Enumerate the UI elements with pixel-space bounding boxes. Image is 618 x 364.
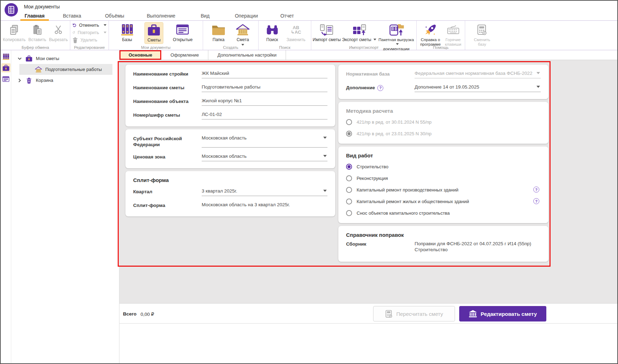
- radio-option-method-2024[interactable]: 421/пр в ред. от 30.01.2024 N 55/пр: [346, 119, 541, 125]
- redo-label: Повторить: [78, 30, 99, 35]
- import-icon: [320, 23, 334, 37]
- rail-open-button[interactable]: [1, 74, 11, 84]
- hotkeys-button[interactable]: Горячиеклавиши: [443, 22, 462, 48]
- edit-estimate-button[interactable]: Редактировать смету: [459, 306, 546, 321]
- estimate-name-input[interactable]: Подготовительные работы: [202, 84, 327, 92]
- undo-dropdown-caret[interactable]: [104, 24, 106, 27]
- dropdown-caret-icon[interactable]: [323, 137, 327, 141]
- naming-card: Наименование стройки ЖК Майский Наименов…: [125, 65, 335, 126]
- form-row: Наименование стройки ЖК Майский: [133, 71, 327, 78]
- chevron-down-icon[interactable]: [18, 57, 22, 60]
- search-group-label: Поиск: [259, 45, 311, 50]
- trash-icon: [72, 37, 78, 43]
- normative-base-select[interactable]: Федеральная сметная нормативная база ФСН…: [415, 71, 541, 78]
- copy-icon: [9, 23, 19, 37]
- radio-option-construction[interactable]: Строительство: [346, 164, 541, 170]
- ribbon-group-editing: Отменить Повторить Удалить Редактировани…: [70, 21, 109, 50]
- tab-general[interactable]: Основные: [119, 50, 161, 60]
- chevron-right-icon[interactable]: [18, 78, 22, 83]
- delete-label: Удалить: [80, 38, 97, 43]
- create-estimate-button[interactable]: Смета: [233, 22, 252, 47]
- region-card: Субъект Российской Федерации Московская …: [125, 129, 335, 168]
- addition-select[interactable]: Дополнение 14 от 19.05.2025: [415, 84, 541, 92]
- tab-label: Дополнительные настройки: [217, 52, 277, 58]
- bookshelf-icon: [120, 23, 134, 37]
- quarter-select[interactable]: 3 квартал 2025г.: [202, 188, 327, 196]
- radio-label: Капитальный ремонт жилых и общественных …: [357, 199, 469, 204]
- ribbon-tab-execution[interactable]: Выполнение: [143, 11, 180, 21]
- estimate-number-input[interactable]: ЛС-01-02: [202, 112, 327, 119]
- tree-item-preparatory-works[interactable]: Подготовительные работы: [19, 64, 112, 75]
- redo-button[interactable]: Повторить: [72, 30, 106, 35]
- radio-option-reconstruction[interactable]: Реконструкция: [346, 175, 541, 181]
- radio-label: Капитальный ремонт производственных здан…: [357, 187, 458, 193]
- redo-dropdown-caret[interactable]: [104, 32, 106, 35]
- undo-button[interactable]: Отменить: [72, 22, 106, 28]
- tree-item-trash[interactable]: Корзина: [11, 75, 119, 86]
- radio-option-method-2025[interactable]: 421/пр в ред. от 23.01.2025 N 30/пр: [346, 131, 541, 137]
- calculator-icon: [477, 23, 487, 37]
- replace-label: Заменить: [286, 38, 305, 42]
- briefcase-icon: [147, 24, 161, 37]
- cut-button[interactable]: Вырезать: [48, 22, 69, 43]
- help-group-label: Помощь: [417, 45, 465, 50]
- footer-bar: Всего 0,00 ₽ Пересчитать смету Редактиро…: [119, 303, 617, 324]
- batch-upload-icon: [389, 23, 404, 37]
- help-icon[interactable]: ?: [377, 85, 383, 91]
- method-title: Методика расчета: [346, 108, 541, 114]
- about-button[interactable]: Справка опрограмме: [419, 22, 442, 48]
- replace-icon: AB↳AC: [291, 23, 301, 37]
- replace-button[interactable]: AB↳AC Заменить: [285, 22, 307, 43]
- ribbon-group-clipboard: Копировать Вставить Вырезать Буфер обмен…: [1, 21, 70, 50]
- change-base-button[interactable]: Сменитьбазу: [473, 22, 492, 48]
- estimates-button[interactable]: Сметы: [144, 22, 163, 44]
- estimate-number-label: Номер/шифр сметы: [133, 112, 202, 119]
- price-zone-select[interactable]: Московская область: [202, 154, 327, 161]
- paste-button[interactable]: Вставить: [27, 22, 48, 43]
- help-icon[interactable]: ?: [533, 198, 539, 204]
- ribbon-tab-report[interactable]: Отчет: [276, 11, 298, 21]
- bases-button[interactable]: Базы: [118, 22, 137, 43]
- ribbon-tab-insert[interactable]: Вставка: [59, 11, 85, 21]
- window-title: Мои документы: [24, 4, 60, 9]
- ribbon-tab-view[interactable]: Вид: [196, 11, 214, 21]
- tree-item-label: Корзина: [36, 78, 53, 83]
- radio-option-industrial-repair[interactable]: Капитальный ремонт производственных здан…: [346, 187, 541, 193]
- tree-item-my-estimates[interactable]: Мои сметы: [11, 53, 119, 64]
- recalculate-estimate-button[interactable]: Пересчитать смету: [373, 306, 455, 321]
- create-folder-button[interactable]: Папка: [209, 22, 228, 43]
- radio-icon: [346, 175, 352, 181]
- region-select[interactable]: Московская область: [202, 135, 327, 148]
- folder-icon: [212, 23, 226, 37]
- bases-label: Базы: [122, 38, 132, 42]
- work-type-card: Вид работ Строительство Реконструкция Ка…: [338, 147, 548, 223]
- construction-name-input[interactable]: ЖК Майский: [202, 71, 327, 78]
- import-estimate-button[interactable]: Импорт сметы: [312, 22, 341, 43]
- rail-bases-button[interactable]: [1, 52, 11, 61]
- open-documents-button[interactable]: Открытые: [171, 22, 194, 43]
- rail-estimates-button[interactable]: [1, 63, 11, 72]
- ribbon-tab-operations[interactable]: Операции: [230, 11, 262, 21]
- search-button[interactable]: Поиск: [263, 22, 282, 43]
- dropdown-caret-icon[interactable]: [536, 86, 540, 90]
- export-estimate-button[interactable]: Экспорт сметы: [341, 22, 377, 43]
- copy-button[interactable]: Копировать: [1, 22, 27, 43]
- radio-option-demolition[interactable]: Снос объектов капитального строительства: [346, 210, 541, 216]
- help-icon[interactable]: ?: [533, 187, 539, 193]
- radio-option-residential-repair[interactable]: Капитальный ремонт жилых и общественных …: [346, 199, 541, 204]
- object-name-input[interactable]: Жилой корпус №1: [202, 98, 327, 106]
- dropdown-caret-icon[interactable]: [323, 155, 327, 159]
- export-dropdown-caret[interactable]: [373, 39, 376, 42]
- collection-value: Поправки для ФСНБ-2022 от 04.07.2025 г И…: [415, 241, 541, 255]
- ribbon-group-import-export: Импорт сметы Экспорт сметы Пакетная выгр…: [311, 21, 417, 50]
- editing-group-label: Редактирование: [70, 45, 109, 50]
- dropdown-caret-icon[interactable]: [323, 190, 327, 194]
- tab-additional-settings[interactable]: Дополнительные настройки: [208, 50, 286, 60]
- method-card: Методика расчета 421/пр в ред. от 30.01.…: [338, 102, 548, 144]
- delete-button[interactable]: Удалить: [72, 37, 106, 43]
- ribbon-tab-main[interactable]: Главная: [20, 11, 49, 21]
- ribbon-tab-volumes[interactable]: Объёмы: [101, 11, 129, 21]
- tab-formatting[interactable]: Оформление: [161, 50, 208, 60]
- estimate-name-label: Наименование сметы: [133, 84, 202, 92]
- ribbon-tab-label: Вставка: [63, 13, 81, 19]
